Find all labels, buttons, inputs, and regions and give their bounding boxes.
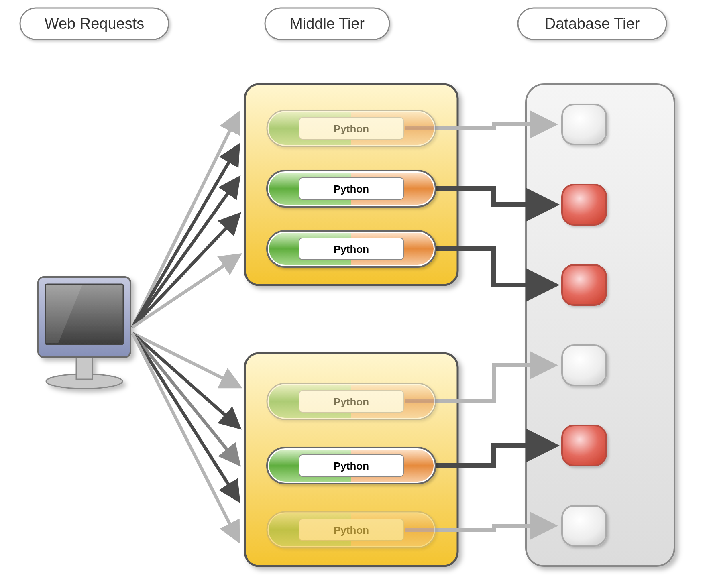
header-middle-tier: Middle Tier <box>265 8 389 39</box>
svg-line-20 <box>132 333 237 425</box>
client-monitor-icon <box>38 277 130 389</box>
python-pill: Python <box>267 383 436 419</box>
header-database-tier: Database Tier <box>518 8 666 39</box>
svg-line-21 <box>132 333 237 462</box>
svg-line-14 <box>132 116 237 327</box>
svg-line-16 <box>132 181 237 327</box>
python-pill: Python <box>267 512 436 548</box>
db-node <box>562 185 606 225</box>
python-pill: Python <box>267 171 436 207</box>
header-web-requests: Web Requests <box>20 8 169 39</box>
svg-rect-11 <box>526 84 674 566</box>
header-middle-text: Middle Tier <box>290 15 365 32</box>
svg-rect-46 <box>562 425 606 466</box>
python-pill: Python <box>267 110 436 146</box>
svg-rect-42 <box>562 104 606 144</box>
svg-rect-44 <box>562 265 606 305</box>
svg-text:Python: Python <box>334 524 369 536</box>
db-node <box>562 506 606 546</box>
client-arrows <box>132 116 237 538</box>
svg-rect-47 <box>562 506 606 546</box>
header-db-text: Database Tier <box>545 15 640 32</box>
python-pill: Python <box>267 231 436 267</box>
db-node <box>562 104 606 144</box>
svg-line-23 <box>132 333 237 538</box>
svg-text:Python: Python <box>334 243 369 255</box>
db-node <box>562 345 606 385</box>
svg-rect-43 <box>562 185 606 225</box>
architecture-diagram: Web Requests Middle Tier Database Tier <box>0 0 709 588</box>
python-pill: Python <box>267 448 436 484</box>
db-node <box>562 265 606 305</box>
svg-rect-45 <box>562 345 606 385</box>
svg-text:Python: Python <box>334 123 369 135</box>
svg-text:Python: Python <box>334 396 369 408</box>
svg-text:Python: Python <box>334 460 369 472</box>
database-tier-container <box>526 84 674 566</box>
svg-line-17 <box>132 217 237 327</box>
header-web-text: Web Requests <box>45 15 145 32</box>
svg-text:Python: Python <box>334 183 369 195</box>
db-node <box>562 425 606 466</box>
svg-rect-7 <box>76 357 92 379</box>
svg-line-15 <box>132 149 237 327</box>
